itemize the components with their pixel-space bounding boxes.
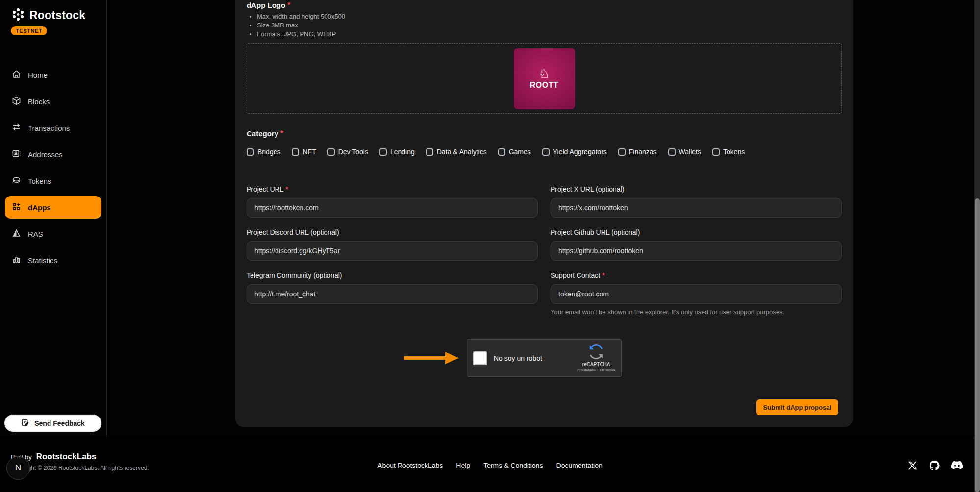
send-feedback-button[interactable]: Send Feedback: [4, 414, 102, 432]
footer-brand-name[interactable]: RootstockLabs: [36, 452, 97, 462]
sidebar: Rootstock TESTNET Home Blocks Transactio…: [0, 0, 107, 438]
cube-icon: [12, 96, 21, 107]
sidebar-item-label: Statistics: [28, 256, 57, 265]
footer-link-help[interactable]: Help: [456, 462, 470, 469]
category-option-finanzas[interactable]: Finanzas: [618, 148, 657, 156]
knight-icon: ♘: [538, 67, 550, 80]
discord-url-label: Project Discord URL (optional): [247, 228, 538, 236]
sidebar-item-label: Tokens: [28, 177, 51, 185]
recaptcha-widget: No soy un robot reCAPTCHA Privacidad - T…: [467, 339, 622, 377]
feedback-pencil-icon: [21, 418, 29, 428]
category-option-yield-aggregators[interactable]: Yield Aggregators: [542, 148, 607, 156]
category-option-bridges[interactable]: Bridges: [247, 148, 280, 156]
x-url-label: Project X URL (optional): [551, 185, 842, 193]
logo-upload-dropzone[interactable]: ♘ ROOTT: [247, 43, 842, 114]
bar-chart-icon: [12, 255, 21, 266]
dapp-logo-preview[interactable]: ♘ ROOTT: [514, 48, 575, 109]
checkbox: [292, 148, 299, 156]
discord-icon[interactable]: [951, 461, 963, 472]
sidebar-item-label: Blocks: [28, 98, 50, 106]
contact-card-icon: [12, 149, 21, 160]
logo-rules-list: Max. width and height 500x500 Size 3MB m…: [250, 13, 345, 39]
dapps-grid-icon: [12, 202, 21, 213]
checkbox: [542, 148, 550, 156]
dapp-logo-section-label: dApp Logo*: [247, 1, 290, 10]
checkbox: [712, 148, 720, 156]
sidebar-nav: Home Blocks Transactions Addresses Token…: [0, 60, 106, 275]
rootstock-logo-icon: [11, 7, 25, 24]
category-option-lending[interactable]: Lending: [379, 148, 415, 156]
checkbox: [379, 148, 387, 156]
github-url-field-group: Project Github URL (optional): [551, 228, 842, 261]
x-url-input[interactable]: [551, 198, 842, 218]
telegram-input[interactable]: [247, 284, 538, 304]
recaptcha-logo-icon: [589, 344, 603, 361]
discord-url-input[interactable]: [247, 241, 538, 261]
sidebar-item-dapps[interactable]: dApps: [5, 196, 101, 219]
checkbox: [668, 148, 676, 156]
submit-dapp-proposal-button[interactable]: Submit dApp proposal: [756, 399, 838, 415]
logo-rule: Formats: JPG, PNG, WEBP: [257, 30, 345, 38]
category-option-wallets[interactable]: Wallets: [668, 148, 701, 156]
brand[interactable]: Rootstock TESTNET: [11, 7, 85, 35]
github-url-input[interactable]: [551, 241, 842, 261]
category-section-label: Category*: [247, 129, 283, 138]
category-options: Bridges NFT Dev Tools Lending Data & Ana…: [247, 148, 745, 156]
github-icon[interactable]: [929, 460, 940, 473]
project-url-input[interactable]: [247, 198, 538, 218]
footer-link-documentation[interactable]: Documentation: [556, 462, 603, 469]
checkbox: [498, 148, 505, 156]
x-twitter-icon[interactable]: [907, 460, 918, 473]
feedback-label: Send Feedback: [34, 419, 85, 427]
category-option-games[interactable]: Games: [498, 148, 531, 156]
sidebar-item-blocks[interactable]: Blocks: [5, 90, 101, 113]
sidebar-item-ras[interactable]: RAS: [5, 222, 101, 245]
floating-widget-n[interactable]: N: [6, 456, 30, 480]
github-url-label: Project Github URL (optional): [551, 228, 842, 236]
home-icon: [12, 70, 21, 80]
category-option-tokens[interactable]: Tokens: [712, 148, 745, 156]
sidebar-item-transactions[interactable]: Transactions: [5, 117, 101, 139]
sidebar-item-label: Home: [28, 71, 48, 79]
scrollbar-thumb[interactable]: [975, 198, 980, 492]
sidebar-item-addresses[interactable]: Addresses: [5, 143, 101, 166]
category-option-dev-tools[interactable]: Dev Tools: [327, 148, 368, 156]
telegram-field-group: Telegram Community (optional): [247, 271, 538, 316]
sidebar-item-label: Transactions: [28, 124, 70, 132]
recaptcha-checkbox[interactable]: [473, 351, 487, 365]
project-url-field-group: Project URL*: [247, 185, 538, 218]
category-option-data-analytics[interactable]: Data & Analytics: [426, 148, 487, 156]
support-helper-text: Your email won't be shown in the explore…: [551, 308, 842, 316]
footer-link-terms[interactable]: Terms & Conditions: [483, 462, 543, 469]
project-url-label: Project URL*: [247, 185, 538, 193]
brand-name: Rootstock: [29, 9, 85, 22]
footer-brand-block: Built by RootstockLabs Copyright © 2026 …: [11, 452, 149, 471]
footer: Built by RootstockLabs Copyright © 2026 …: [0, 438, 980, 492]
checkbox: [426, 148, 433, 156]
checkbox: [247, 148, 254, 156]
telegram-label: Telegram Community (optional): [247, 271, 538, 279]
support-contact-input[interactable]: [551, 284, 842, 304]
support-contact-label: Support Contact*: [551, 271, 842, 279]
category-option-nft[interactable]: NFT: [292, 148, 316, 156]
logo-rule: Size 3MB max: [257, 22, 345, 29]
required-asterisk: *: [287, 1, 290, 9]
sidebar-item-statistics[interactable]: Statistics: [5, 249, 101, 271]
recaptcha-branding: reCAPTCHA Privacidad - Términos: [577, 344, 615, 372]
testnet-badge: TESTNET: [11, 26, 47, 35]
dapp-proposal-form-card: dApp Logo* Max. width and height 500x500…: [235, 0, 853, 427]
recaptcha-legal-links[interactable]: Privacidad - Términos: [577, 368, 615, 372]
required-asterisk: *: [280, 129, 283, 138]
vertical-scrollbar: [974, 0, 980, 492]
footer-link-about[interactable]: About RootstockLabs: [377, 462, 443, 469]
sidebar-item-tokens[interactable]: Tokens: [5, 170, 101, 192]
orange-pointer-arrow-icon: [403, 348, 461, 369]
logo-preview-text: ROOTT: [530, 81, 559, 90]
copyright-text: Copyright © 2026 RootstockLabs. All righ…: [11, 465, 149, 471]
discord-url-field-group: Project Discord URL (optional): [247, 228, 538, 261]
mountain-icon: [12, 228, 21, 239]
checkbox: [618, 148, 626, 156]
sidebar-item-home[interactable]: Home: [5, 64, 101, 86]
logo-rule: Max. width and height 500x500: [257, 13, 345, 20]
form-fields-grid: Project URL* Project X URL (optional) Pr…: [247, 185, 842, 316]
